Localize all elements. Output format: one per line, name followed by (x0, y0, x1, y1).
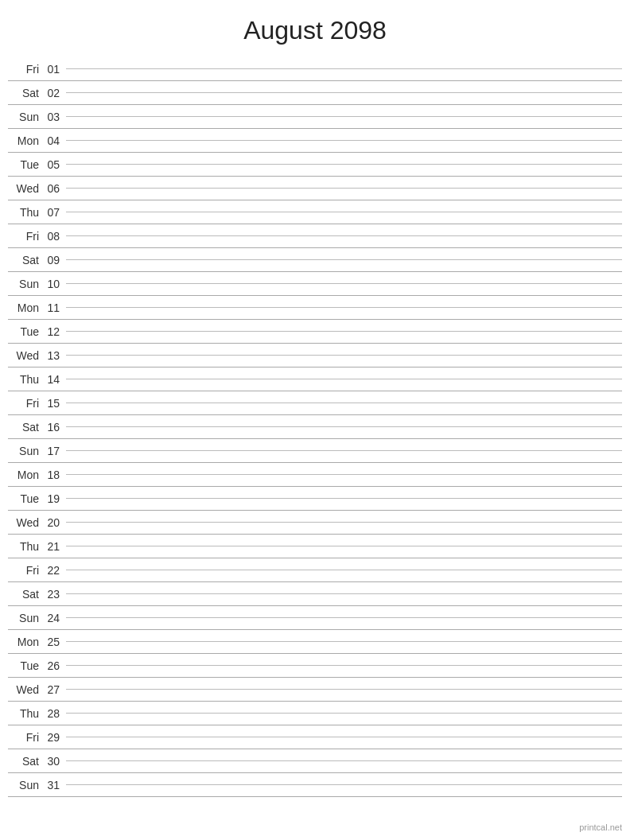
day-name: Mon (8, 469, 44, 481)
day-row: Fri01 (8, 57, 622, 81)
day-name: Sat (8, 588, 44, 601)
day-name: Mon (8, 134, 44, 147)
day-number: 18 (44, 469, 66, 481)
day-row: Mon04 (8, 129, 622, 153)
day-row: Thu21 (8, 535, 622, 558)
day-line (66, 140, 622, 141)
day-number: 28 (44, 707, 66, 720)
day-line (66, 641, 622, 642)
day-line (66, 546, 622, 546)
day-line (66, 116, 622, 117)
day-number: 03 (44, 111, 66, 123)
day-number: 10 (44, 278, 66, 290)
day-row: Wed06 (8, 177, 622, 200)
day-number: 09 (44, 254, 66, 266)
day-number: 02 (44, 87, 66, 99)
watermark: printcal.net (579, 822, 622, 832)
day-line (66, 164, 622, 165)
day-line (66, 307, 622, 308)
day-number: 01 (44, 63, 66, 76)
day-number: 06 (44, 182, 66, 195)
day-name: Sat (8, 87, 44, 99)
day-row: Sun03 (8, 105, 622, 129)
day-name: Fri (8, 731, 44, 744)
day-row: Mon25 (8, 630, 622, 654)
day-name: Fri (8, 564, 44, 577)
day-name: Sun (8, 111, 44, 123)
day-number: 20 (44, 516, 66, 529)
day-number: 11 (44, 301, 66, 314)
day-name: Sun (8, 779, 44, 791)
day-number: 15 (44, 397, 66, 410)
day-number: 25 (44, 636, 66, 648)
day-number: 17 (44, 445, 66, 457)
day-line (66, 426, 622, 427)
day-row: Sat30 (8, 749, 622, 773)
day-number: 24 (44, 612, 66, 624)
day-name: Thu (8, 206, 44, 219)
day-line (66, 737, 622, 737)
page-title: August 2098 (0, 0, 630, 57)
day-row: Fri08 (8, 224, 622, 248)
day-name: Mon (8, 636, 44, 648)
day-line (66, 402, 622, 403)
day-line (66, 379, 622, 379)
day-line (66, 713, 622, 714)
day-name: Fri (8, 230, 44, 243)
day-row: Sun24 (8, 606, 622, 630)
day-line (66, 593, 622, 594)
day-line (66, 760, 622, 761)
calendar-grid: Fri01Sat02Sun03Mon04Tue05Wed06Thu07Fri08… (0, 57, 630, 797)
day-name: Wed (8, 349, 44, 362)
day-row: Tue19 (8, 487, 622, 511)
day-name: Sat (8, 421, 44, 434)
day-row: Tue12 (8, 320, 622, 344)
day-row: Wed20 (8, 511, 622, 535)
day-number: 08 (44, 230, 66, 243)
day-line (66, 331, 622, 332)
day-number: 27 (44, 683, 66, 696)
day-line (66, 784, 622, 785)
day-row: Sat09 (8, 248, 622, 272)
day-line (66, 474, 622, 475)
day-row: Sat16 (8, 415, 622, 439)
day-name: Sun (8, 612, 44, 624)
day-name: Thu (8, 707, 44, 720)
day-row: Thu14 (8, 368, 622, 391)
day-line (66, 450, 622, 451)
day-row: Sun10 (8, 272, 622, 296)
day-name: Thu (8, 540, 44, 553)
day-name: Wed (8, 683, 44, 696)
day-line (66, 92, 622, 93)
day-row: Fri29 (8, 725, 622, 749)
day-number: 22 (44, 564, 66, 577)
day-row: Thu07 (8, 200, 622, 224)
day-name: Tue (8, 325, 44, 338)
day-number: 30 (44, 755, 66, 768)
day-number: 31 (44, 779, 66, 791)
day-name: Tue (8, 492, 44, 505)
day-number: 26 (44, 659, 66, 672)
day-number: 29 (44, 731, 66, 744)
day-line (66, 283, 622, 284)
day-line (66, 570, 622, 570)
day-row: Fri22 (8, 558, 622, 582)
day-row: Thu28 (8, 702, 622, 725)
day-name: Wed (8, 516, 44, 529)
day-number: 05 (44, 158, 66, 171)
day-name: Tue (8, 158, 44, 171)
day-row: Fri15 (8, 391, 622, 415)
day-row: Tue26 (8, 654, 622, 678)
day-name: Tue (8, 659, 44, 672)
day-number: 14 (44, 373, 66, 386)
day-line (66, 355, 622, 356)
day-number: 13 (44, 349, 66, 362)
day-name: Fri (8, 397, 44, 410)
day-line (66, 212, 622, 212)
day-number: 12 (44, 325, 66, 338)
day-row: Sun31 (8, 773, 622, 797)
day-row: Mon11 (8, 296, 622, 320)
day-name: Sat (8, 254, 44, 266)
day-line (66, 522, 622, 523)
day-line (66, 689, 622, 690)
